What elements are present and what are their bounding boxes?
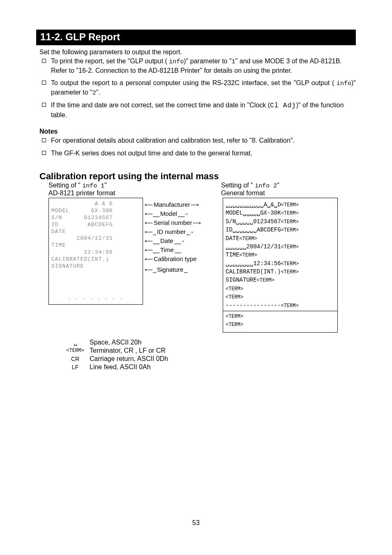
term-token: <TERM>	[226, 286, 243, 292]
text: Setting of "	[48, 182, 82, 189]
segment-code: info 2	[255, 183, 277, 190]
arrow-right-icon: ⎯⟶	[187, 229, 193, 235]
legend-cr-symbol: CR	[61, 356, 90, 362]
right-setting-label: Setting of " info 2"	[221, 182, 356, 190]
legend-term-symbol: <TERM>	[61, 348, 90, 354]
term-token: <TERM>	[281, 303, 298, 309]
label-date: Date	[159, 237, 174, 244]
list-item: For operational details about calibratio…	[39, 135, 356, 148]
segment-code: Cl Adj	[270, 102, 296, 109]
code-text: ␣␣␣␣␣␣␣␣12:34:56	[226, 260, 281, 267]
label-serial: Serial number	[153, 219, 193, 226]
text: "	[104, 182, 107, 189]
arrow-left-icon: ⟵	[145, 201, 153, 208]
term-token: <TERM>	[240, 252, 257, 258]
arrow-left-icon: ⟵	[145, 220, 153, 226]
tear-line-icon: — — — — — — — —	[49, 296, 143, 302]
term-token: <TERM>	[281, 227, 299, 233]
code-text: S/N␣␣␣␣␣01234567	[226, 218, 281, 225]
lcd-line: TIME	[51, 242, 140, 249]
legend-space-text: Space, ASCII 20h	[90, 339, 141, 346]
text: "	[277, 182, 279, 189]
legend-cr-text: Carriage return, ASCII 0Dh	[90, 355, 168, 363]
code-text: ␣␣␣␣␣␣2004/12/31	[226, 243, 281, 250]
arrow-right-icon: ⎯⎯⟶	[174, 238, 184, 244]
bullet-list-a: To print the report, set the "GLP output…	[39, 56, 356, 122]
label-id: ID number	[156, 228, 187, 235]
lcd-line: ID ABCDEFG	[51, 222, 140, 229]
code-text: MODEL␣␣␣␣␣GX-30K	[226, 210, 281, 216]
lcd-line: SIGNATURE	[51, 263, 140, 270]
label-time: Time	[159, 246, 175, 253]
text: To output the report to a personal compu…	[51, 79, 337, 86]
term-token: <TERM>	[281, 210, 299, 216]
arrow-line-icon: ⎯⎯	[175, 247, 181, 253]
list-item: If the time and date are not correct, se…	[39, 100, 356, 122]
term-token: <TERM>	[281, 269, 298, 275]
arrow-left-icon: ⟵⎯⎯	[145, 247, 159, 253]
label-model: Model	[159, 210, 178, 217]
label-manufacturer: Manufacturer	[153, 201, 191, 208]
term-token: <TERM>	[281, 219, 299, 225]
right-sub-label: General format	[221, 190, 356, 197]
code-text: ID␣␣␣␣␣␣␣ABCDEFG	[226, 227, 281, 233]
code-text: DATE	[226, 235, 240, 242]
code-text: SIGNATURE	[226, 277, 257, 283]
arrow-left-icon: ⟵	[145, 256, 153, 262]
text: )" parameter to "	[184, 58, 231, 65]
arrow-left-icon: ⟵⎯⎯	[145, 238, 159, 244]
segment-code: 2	[92, 90, 96, 97]
figure-row: A & D MODEL GX-30K S/N 01234567 ID ABCDE…	[48, 198, 356, 333]
lcd-line: A & D	[51, 201, 140, 208]
divider	[223, 310, 337, 311]
intro-text: Set the following parameters to output t…	[39, 49, 356, 56]
general-format-panel: ␣␣␣␣␣␣␣␣␣␣␣A␣&␣D<TERM> MODEL␣␣␣␣␣GX-30K<…	[223, 198, 338, 333]
arrow-line-icon: ⎯	[184, 266, 187, 273]
middle-labels-column: ⟵ Manufacturer ⟶ ⟵⎯⎯ Model ⎯⎯⟶ ⟵ Serial …	[143, 198, 223, 333]
segment-code: 1	[232, 58, 235, 65]
notes-heading: Notes	[39, 128, 356, 135]
segment-code: info 1	[82, 183, 104, 190]
arrow-left-icon: ⟵⎯	[145, 229, 156, 235]
term-token: <TERM>	[281, 244, 299, 250]
term-token: <TERM>	[226, 322, 243, 328]
term-token: <TERM>	[281, 261, 299, 267]
lcd-line: DATE	[51, 229, 140, 236]
text: ".	[96, 89, 100, 96]
text: To print the report, set the "GLP output…	[51, 58, 169, 65]
segment-code: info	[169, 58, 184, 65]
list-item: The GF-K series does not output time and…	[39, 148, 356, 160]
code-text: ␣␣␣␣␣␣␣␣␣␣␣A␣&␣D	[226, 201, 281, 208]
lcd-line: 2004/12/31	[51, 235, 140, 242]
lcd-line: 12:34:56	[51, 249, 140, 256]
lcd-line: CALIBRATED(INT.)	[51, 256, 140, 263]
label-caltype: Calibration type	[153, 255, 197, 262]
legend-term-text: Terminator, CR , LF or CR	[90, 347, 166, 354]
bullet-list-b: For operational details about calibratio…	[39, 135, 356, 160]
left-sub-label: AD-8121 printer format	[48, 190, 221, 197]
term-token: <TERM>	[226, 314, 243, 319]
left-setting-label: Setting of " info 1"	[48, 182, 221, 190]
legend-lf-symbol: LF	[61, 364, 90, 370]
legend: ␣ Space, ASCII 20h <TERM> Terminator, CR…	[61, 338, 356, 371]
text: If the time and date are not correct, se…	[51, 102, 270, 109]
segment-code: info	[337, 80, 351, 87]
arrow-left-icon: ⟵⎯	[145, 266, 156, 273]
list-item: To output the report to a personal compu…	[39, 78, 356, 100]
section-heading: 11-2. GLP Report	[36, 30, 356, 45]
lcd-line: MODEL GX-30K	[51, 208, 140, 215]
label-signature: Signature	[156, 266, 184, 273]
code-text: CALIBRATED(INT.)	[226, 268, 281, 275]
legend-space-symbol: ␣	[61, 339, 90, 346]
arrow-right-icon: ⟶	[193, 220, 201, 226]
code-text: ----------------	[226, 302, 281, 309]
arrow-right-icon: ⟶	[191, 201, 199, 208]
term-token: <TERM>	[257, 278, 274, 283]
list-item: To print the report, set the "GLP output…	[39, 56, 356, 78]
printer-format-panel: A & D MODEL GX-30K S/N 01234567 ID ABCDE…	[48, 198, 143, 305]
arrow-left-icon: ⟵⎯⎯	[145, 210, 159, 217]
code-text: TIME	[226, 252, 240, 258]
lcd-line: S/N 01234567	[51, 215, 140, 222]
text: Setting of "	[221, 182, 255, 189]
arrow-right-icon: ⎯⎯⟶	[178, 210, 188, 217]
